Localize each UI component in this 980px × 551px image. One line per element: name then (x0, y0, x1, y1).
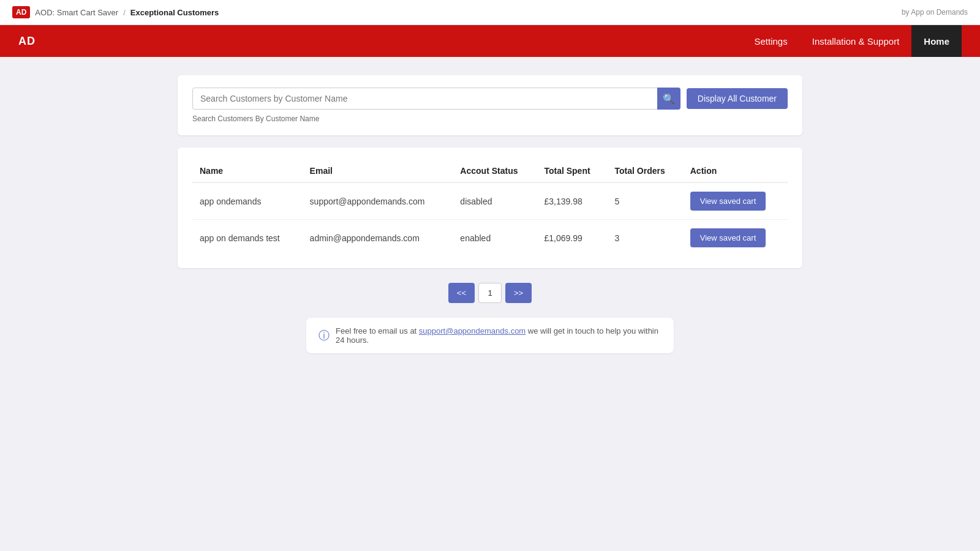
table-row: app ondemands support@appondemands.com d… (192, 182, 788, 220)
brand-badge: AD (12, 6, 30, 18)
breadcrumb-app-name: AOD: Smart Cart Saver (35, 8, 118, 17)
search-input-wrapper: 🔍 (192, 88, 680, 110)
navbar-nav: Settings Installation & Support Home (742, 25, 962, 57)
breadcrumb-bar: AD AOD: Smart Cart Saver / Exceptional C… (0, 0, 980, 25)
footer-note: ⓘ Feel free to email us at support@appon… (306, 318, 674, 353)
row2-name: app on demands test (192, 220, 303, 257)
navbar: AD Settings Installation & Support Home (0, 25, 980, 57)
customers-table: Name Email Accout Status Total Spent Tot… (192, 160, 788, 256)
row1-total-orders: 5 (608, 182, 683, 220)
main-content: 🔍 Display All Customer Search Customers … (153, 57, 827, 372)
view-saved-cart-button-2[interactable]: View saved cart (690, 228, 766, 247)
pagination: << 1 >> (178, 283, 802, 303)
row1-total-spent: £3,139.98 (537, 182, 607, 220)
row2-total-orders: 3 (608, 220, 683, 257)
nav-home[interactable]: Home (911, 25, 962, 57)
row1-action: View saved cart (683, 182, 788, 220)
row2-status: enabled (453, 220, 537, 257)
footer-email-link[interactable]: support@appondemands.com (419, 326, 526, 335)
breadcrumb-separator: / (123, 8, 126, 17)
pagination-prev[interactable]: << (448, 283, 475, 303)
col-action: Action (683, 160, 788, 182)
view-saved-cart-button-1[interactable]: View saved cart (690, 192, 766, 211)
row1-email: support@appondemands.com (303, 182, 453, 220)
col-email: Email (303, 160, 453, 182)
table-header-row: Name Email Accout Status Total Spent Tot… (192, 160, 788, 182)
search-row: 🔍 Display All Customer (192, 88, 788, 110)
row1-status: disabled (453, 182, 537, 220)
help-icon: ⓘ (318, 328, 330, 343)
breadcrumb-left: AD AOD: Smart Cart Saver / Exceptional C… (12, 6, 219, 18)
col-account-status: Accout Status (453, 160, 537, 182)
search-hint: Search Customers By Customer Name (192, 114, 788, 123)
table-row: app on demands test admin@appondemands.c… (192, 220, 788, 257)
search-card: 🔍 Display All Customer Search Customers … (178, 75, 802, 135)
row2-email: admin@appondemands.com (303, 220, 453, 257)
breadcrumb-current-page: Exceptional Customers (130, 8, 219, 17)
table-card: Name Email Accout Status Total Spent Tot… (178, 148, 802, 268)
row1-name: app ondemands (192, 182, 303, 220)
footer-text-before: Feel free to email us at (336, 326, 419, 335)
search-input[interactable] (192, 88, 680, 110)
search-icon: 🔍 (663, 93, 675, 105)
display-all-button[interactable]: Display All Customer (687, 88, 788, 109)
col-total-orders: Total Orders (608, 160, 683, 182)
nav-settings[interactable]: Settings (742, 25, 800, 57)
search-button[interactable]: 🔍 (657, 88, 680, 110)
breadcrumb-by-text: by App on Demands (902, 8, 968, 17)
pagination-page-1[interactable]: 1 (478, 283, 502, 303)
col-name: Name (192, 160, 303, 182)
col-total-spent: Total Spent (537, 160, 607, 182)
navbar-logo: AD (18, 35, 36, 48)
row2-total-spent: £1,069.99 (537, 220, 607, 257)
row2-action: View saved cart (683, 220, 788, 257)
pagination-next[interactable]: >> (505, 283, 532, 303)
footer-text: Feel free to email us at support@apponde… (336, 326, 662, 345)
nav-installation-support[interactable]: Installation & Support (800, 25, 912, 57)
